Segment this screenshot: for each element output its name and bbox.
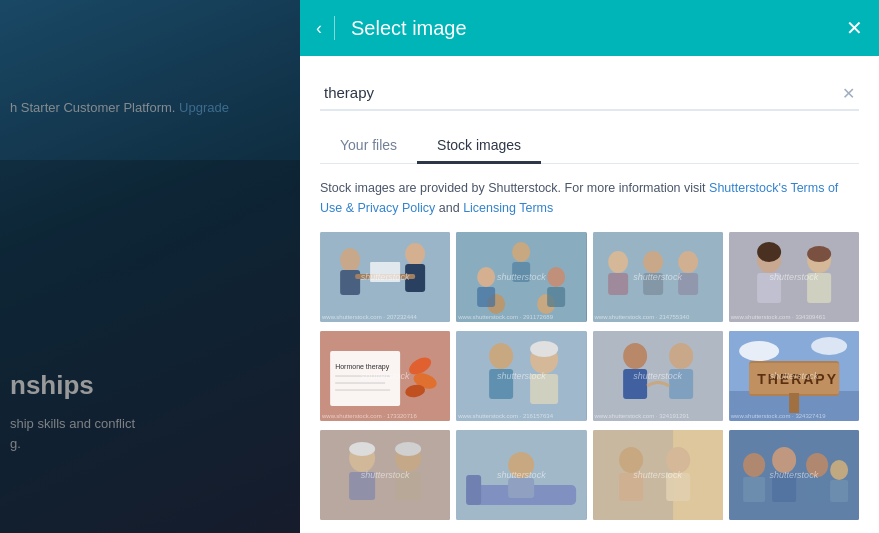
svg-point-28: [757, 242, 781, 262]
svg-point-77: [743, 453, 765, 477]
svg-rect-22: [678, 273, 698, 295]
image-id: www.shutterstock.com · 291172689: [458, 314, 553, 320]
image-item[interactable]: shutterstock www.shutterstock.com · 2147…: [593, 232, 723, 322]
svg-rect-84: [830, 480, 848, 502]
image-id: www.shutterstock.com · 334309461: [731, 314, 826, 320]
search-container: ✕: [320, 76, 859, 111]
svg-rect-81: [743, 477, 765, 502]
svg-rect-15: [547, 287, 565, 307]
image-id: www.shutterstock.com · 173320716: [322, 413, 417, 419]
svg-rect-6: [370, 262, 400, 282]
select-image-modal: ‹ Select image ✕ ✕ Your files Stock imag…: [300, 0, 879, 533]
svg-rect-49: [669, 369, 693, 399]
image-item[interactable]: shutterstock: [593, 430, 723, 520]
svg-rect-69: [508, 478, 534, 498]
tab-your-files[interactable]: Your files: [320, 129, 417, 164]
svg-rect-56: [789, 393, 799, 413]
image-grid: shutterstock www.shutterstock.com · 2072…: [320, 232, 859, 523]
svg-text:THERAPY: THERAPY: [757, 371, 838, 387]
svg-point-78: [772, 447, 796, 473]
svg-rect-31: [330, 351, 400, 406]
image-id: www.shutterstock.com · 207232444: [322, 314, 417, 320]
svg-point-74: [666, 447, 690, 473]
svg-rect-23: [729, 232, 859, 322]
svg-rect-43: [530, 374, 558, 404]
svg-point-72: [619, 447, 643, 473]
image-item[interactable]: Hormone therapy shutterstock www.shutter…: [320, 331, 450, 421]
svg-rect-20: [608, 273, 628, 295]
image-id: www.shutterstock.com · 214755340: [595, 314, 690, 320]
image-id: www.shutterstock.com · 324191291: [595, 413, 690, 419]
svg-rect-14: [477, 287, 495, 307]
image-item[interactable]: shutterstock: [320, 430, 450, 520]
image-item[interactable]: THERAPY shutterstock www.shutterstock.co…: [729, 331, 859, 421]
svg-point-1: [340, 248, 360, 272]
image-item[interactable]: shutterstock: [456, 430, 586, 520]
svg-rect-25: [757, 273, 781, 303]
svg-point-9: [477, 267, 495, 287]
svg-point-18: [643, 251, 663, 273]
svg-rect-47: [623, 369, 647, 399]
header-divider: [334, 16, 335, 40]
tabs-container: Your files Stock images: [320, 129, 859, 164]
svg-point-8: [512, 242, 530, 262]
svg-rect-73: [619, 473, 643, 501]
svg-point-17: [608, 251, 628, 273]
close-button[interactable]: ✕: [846, 16, 863, 40]
svg-point-63: [349, 442, 375, 456]
svg-rect-41: [489, 369, 513, 399]
svg-point-3: [405, 243, 425, 265]
svg-point-10: [547, 267, 565, 287]
svg-rect-75: [666, 473, 690, 501]
svg-point-52: [739, 341, 779, 361]
svg-rect-58: [320, 430, 450, 520]
modal-header: ‹ Select image ✕: [300, 0, 879, 56]
svg-point-44: [530, 341, 558, 357]
image-id: www.shutterstock.com · 324327419: [731, 413, 826, 419]
svg-rect-67: [466, 475, 481, 505]
svg-point-40: [489, 343, 513, 369]
tab-stock-images[interactable]: Stock images: [417, 129, 541, 164]
modal-body: ✕ Your files Stock images Stock images a…: [300, 56, 879, 533]
search-clear-button[interactable]: ✕: [842, 84, 855, 103]
image-id: www.shutterstock.com · 216157634: [458, 413, 553, 419]
svg-rect-2: [340, 270, 360, 295]
svg-rect-62: [395, 472, 421, 500]
svg-point-68: [508, 452, 534, 478]
svg-rect-27: [807, 273, 831, 303]
stock-info-text: Stock images are provided by Shutterstoc…: [320, 178, 859, 218]
svg-rect-82: [772, 473, 796, 502]
svg-rect-13: [512, 262, 530, 282]
svg-point-46: [623, 343, 647, 369]
image-item[interactable]: shutterstock www.shutterstock.com · 3241…: [593, 331, 723, 421]
svg-point-79: [806, 453, 828, 477]
svg-point-19: [678, 251, 698, 273]
back-button[interactable]: ‹: [316, 18, 322, 39]
image-item[interactable]: shutterstock www.shutterstock.com · 3343…: [729, 232, 859, 322]
svg-point-64: [395, 442, 421, 456]
svg-point-48: [669, 343, 693, 369]
image-item[interactable]: shutterstock: [729, 430, 859, 520]
licensing-terms-link[interactable]: Licensing Terms: [463, 201, 553, 215]
image-item[interactable]: shutterstock www.shutterstock.com · 2072…: [320, 232, 450, 322]
image-item[interactable]: shutterstock www.shutterstock.com · 2911…: [456, 232, 586, 322]
svg-point-53: [811, 337, 847, 355]
svg-rect-39: [456, 331, 586, 421]
svg-rect-83: [806, 477, 828, 502]
modal-title: Select image: [351, 17, 846, 40]
svg-text:Hormone therapy: Hormone therapy: [335, 363, 390, 371]
svg-rect-45: [593, 331, 723, 421]
svg-point-29: [807, 246, 831, 262]
svg-rect-60: [349, 472, 375, 500]
svg-point-80: [830, 460, 848, 480]
image-item[interactable]: shutterstock www.shutterstock.com · 2161…: [456, 331, 586, 421]
search-input[interactable]: [320, 76, 859, 111]
svg-rect-21: [643, 273, 663, 295]
